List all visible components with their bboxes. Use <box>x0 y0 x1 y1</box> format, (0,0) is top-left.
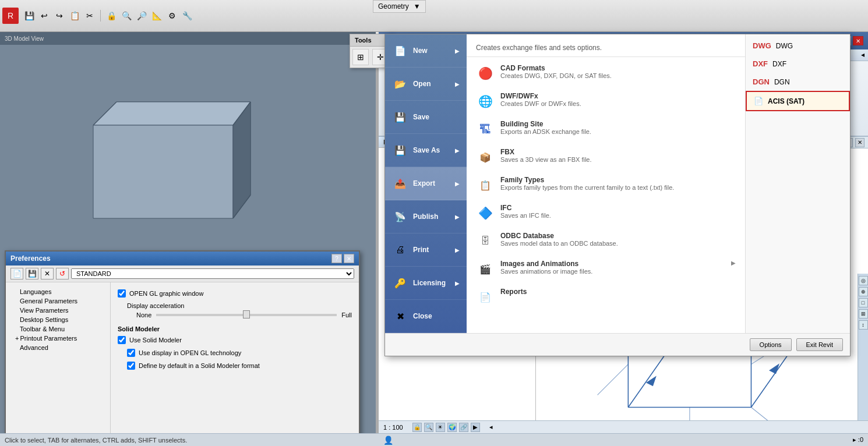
rt-btn-4[interactable]: ⊞ <box>859 309 868 318</box>
cad-dwg-btn[interactable]: DWG DWG <box>746 37 850 55</box>
wf-close-btn[interactable]: ✕ <box>855 138 865 147</box>
opengl-row: OPEN GL graphic window <box>118 289 352 298</box>
preferences-tree: Languages General Parameters View Parame… <box>6 282 111 440</box>
dxf-icon-small: DXF <box>753 59 768 68</box>
tree-item-languages[interactable]: Languages <box>10 287 105 296</box>
menu-left-panel: 📄 New ▶ 📂 Open ▶ 💾 Save 💾 Save As ▶ 📤 Ex… <box>385 34 467 333</box>
dialog-delete-btn[interactable]: ✕ <box>41 268 54 279</box>
chevron-down-icon: ▼ <box>414 2 421 10</box>
licensing-icon: 🔑 <box>392 275 408 291</box>
toolbar-icon-settings[interactable]: ⚙ <box>165 9 179 23</box>
toolbar-icon-redo[interactable]: ↪ <box>52 9 66 23</box>
tree-item-printout[interactable]: + Printout Parameters <box>10 334 105 343</box>
dialog-save-btn[interactable]: 💾 <box>26 268 38 279</box>
tree-item-view[interactable]: View Parameters <box>10 306 105 315</box>
toolbar-icon-copy[interactable]: 📋 <box>68 9 82 23</box>
scale-icon-2[interactable]: 🔍 <box>424 423 433 432</box>
scale-icon-4[interactable]: 🌍 <box>447 423 457 432</box>
rt-btn-1[interactable]: ◎ <box>859 276 868 285</box>
tree-item-toolbar[interactable]: Toolbar & Menu <box>10 324 105 334</box>
toolbar-icon-lock[interactable]: 🔒 <box>104 9 118 23</box>
scale-icon-5[interactable]: 🔗 <box>459 423 468 432</box>
menu-item-new[interactable]: 📄 New ▶ <box>385 34 467 68</box>
fbx-icon: 📦 <box>476 148 495 167</box>
accel-slider[interactable] <box>156 314 337 316</box>
right-sidebar-toolbar: ◎ ⊕ □ ⊞ ↕ <box>858 274 868 420</box>
submenu-item-family-types[interactable]: 📋 Family Types Exports family types from… <box>467 171 745 199</box>
use-solid-label: Use Solid Modeler <box>129 337 182 344</box>
submenu-item-building-site[interactable]: 🏗 Building Site Exports an ADSK exchange… <box>467 115 745 143</box>
tab-expand-icon[interactable]: ◂ <box>858 49 868 61</box>
display-accel-label: Display acceleration <box>127 302 352 309</box>
toolbar-icon-cut[interactable]: ✂ <box>83 9 97 23</box>
scale-icons: 🔒 🔍 ☀ 🌍 🔗 ▶ <box>412 423 480 432</box>
use-display-checkbox[interactable] <box>127 349 135 357</box>
submenu-item-dwf[interactable]: 🌐 DWF/DWFx Creates DWF or DWFx files. <box>467 87 745 115</box>
toolbar-separator <box>100 10 101 22</box>
menu-item-open[interactable]: 📂 Open ▶ <box>385 68 467 101</box>
dialog-reset-btn[interactable]: ↺ <box>56 268 69 279</box>
app-icon[interactable]: R <box>2 8 19 24</box>
scale-icon-6[interactable]: ▶ <box>471 423 480 432</box>
menu-item-publish[interactable]: 📡 Publish ▶ <box>385 200 467 233</box>
scale-number: ◂ <box>489 423 493 431</box>
menu-item-save[interactable]: 💾 Save <box>385 101 467 134</box>
toolbar-icon-save[interactable]: 💾 <box>22 9 36 23</box>
toolbar-icon-zoom[interactable]: 🔎 <box>135 9 149 23</box>
tree-item-advanced[interactable]: Advanced <box>10 343 105 352</box>
toolbar-icon-help[interactable]: 🔧 <box>180 9 194 23</box>
dialog-close-btn[interactable]: ✕ <box>344 254 354 263</box>
options-btn[interactable]: Options <box>750 338 792 351</box>
profile-dropdown[interactable]: STANDARD <box>71 268 354 279</box>
export-icon: 📤 <box>392 175 408 192</box>
status-bar-left: Click to select, TAB for alternates, CTR… <box>0 433 379 446</box>
save-icon: 💾 <box>392 109 408 125</box>
define-default-row: Define by default in a Solid Modeler for… <box>118 362 352 370</box>
menu-items-container: 📄 New ▶ 📂 Open ▶ 💾 Save 💾 Save As ▶ 📤 Ex… <box>385 34 850 333</box>
rt-btn-3[interactable]: □ <box>859 298 868 307</box>
cad-dgn-btn[interactable]: DGN DGN <box>746 73 850 91</box>
status-message: Click to select, TAB for alternates, CTR… <box>5 437 187 444</box>
toolbar-icon-search[interactable]: 🔍 <box>119 9 133 23</box>
images-icon: 🎬 <box>476 260 495 278</box>
menu-item-save-as[interactable]: 💾 Save As ▶ <box>385 134 467 167</box>
submenu-item-reports[interactable]: 📄 Reports <box>467 283 745 311</box>
menu-item-close[interactable]: ✖ Close <box>385 300 467 333</box>
reports-icon: 📄 <box>476 288 495 306</box>
status-bar-right: 👤 ▸ :0 <box>379 433 868 446</box>
scale-value: 1 : 100 <box>383 424 403 431</box>
use-solid-checkbox[interactable] <box>118 336 126 344</box>
rt-btn-2[interactable]: ⊕ <box>859 287 868 296</box>
menu-item-print[interactable]: 🖨 Print ▶ <box>385 233 467 267</box>
define-default-checkbox[interactable] <box>127 362 135 370</box>
restore-btn[interactable]: ✕ <box>853 36 863 45</box>
submenu-item-ifc[interactable]: 🔷 IFC Saves an IFC file. <box>467 199 745 227</box>
cad-dxf-btn[interactable]: DXF DXF <box>746 55 850 73</box>
dialog-new-btn[interactable]: 📄 <box>10 268 23 279</box>
toolbar-icon-measure[interactable]: 📐 <box>150 9 164 23</box>
exit-revit-btn[interactable]: Exit Revit <box>796 338 843 351</box>
none-label: None <box>136 312 151 318</box>
geometry-dropdown[interactable]: Geometry ▼ <box>373 0 426 13</box>
menu-item-export[interactable]: 📤 Export ▶ <box>385 167 467 200</box>
dialog-help-btn[interactable]: ? <box>331 254 342 263</box>
dialog-title: Preferences <box>10 254 51 263</box>
scale-icon-3[interactable]: ☀ <box>436 423 445 432</box>
rt-btn-5[interactable]: ↕ <box>859 320 868 330</box>
tool-grid-btn[interactable]: ⊞ <box>352 49 369 65</box>
submenu-item-cad[interactable]: 🔴 CAD Formats Creates DWG, DXF, DGN, or … <box>467 59 745 87</box>
submenu-item-fbx[interactable]: 📦 FBX Saves a 3D view as an FBX file. <box>467 143 745 171</box>
dwf-icon: 🌐 <box>476 92 495 111</box>
scale-icon-1[interactable]: 🔒 <box>412 423 422 432</box>
tree-item-desktop[interactable]: Desktop Settings <box>10 315 105 324</box>
submenu-item-odbc[interactable]: 🗄 ODBC Database Saves model data to an O… <box>467 227 745 255</box>
cad-acis-btn[interactable]: 📄 ACIS (SAT) <box>746 91 850 111</box>
submenu-item-images[interactable]: 🎬 Images and Animations Saves animations… <box>467 255 745 283</box>
opengl-checkbox[interactable] <box>118 289 126 298</box>
opengl-label: OPEN GL graphic window <box>129 290 203 297</box>
use-display-label: Use display in OPEN GL technology <box>139 349 241 356</box>
toolbar-icon-undo[interactable]: ↩ <box>37 9 51 23</box>
menu-item-licensing[interactable]: 🔑 Licensing ▶ <box>385 267 467 300</box>
display-accel-slider-row: None Full <box>127 312 352 318</box>
tree-item-general[interactable]: General Parameters <box>10 296 105 306</box>
